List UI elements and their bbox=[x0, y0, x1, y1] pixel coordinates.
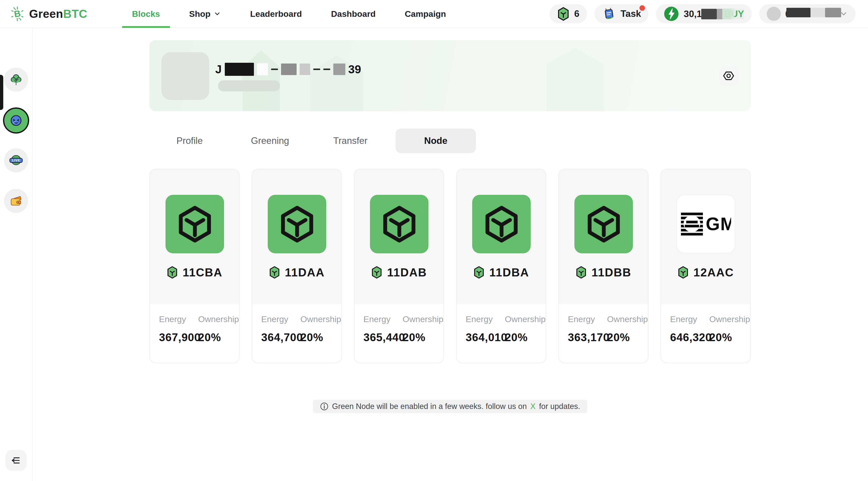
node-label-row: 11CBA bbox=[150, 266, 239, 279]
account-pill[interactable]: 0xb4...9930 bbox=[759, 4, 856, 23]
energy-label: Energy bbox=[261, 314, 300, 324]
sidebar-item-greening[interactable] bbox=[4, 67, 28, 92]
tab-greening[interactable]: Greening bbox=[230, 129, 310, 153]
task-pill[interactable]: Task bbox=[594, 4, 649, 23]
node-label-row: 11DAB bbox=[354, 266, 443, 279]
ownership-value: 20% bbox=[607, 331, 648, 344]
redaction-patch bbox=[722, 8, 734, 19]
active-item-indicator bbox=[0, 75, 3, 110]
task-label: Task bbox=[621, 8, 641, 19]
node-label-row: 11DAA bbox=[252, 266, 341, 279]
node-tile bbox=[268, 195, 326, 253]
energy-value: 365,440 bbox=[364, 331, 403, 344]
node-card[interactable]: GM 12AAC Energy 646,320 Owners bbox=[660, 169, 751, 363]
node-id: 11CBA bbox=[183, 266, 222, 279]
node-id: 11DAA bbox=[285, 266, 324, 279]
energy-value-redacted: 30,147.1 bbox=[684, 9, 720, 19]
energy-balance-pill[interactable]: 30,147.1 BUY bbox=[656, 4, 751, 23]
redaction-patch bbox=[786, 8, 810, 17]
collapse-arrow-icon bbox=[9, 454, 23, 467]
energy-value: 364,010 bbox=[466, 331, 505, 344]
nav-leaderboard[interactable]: Leaderboard bbox=[236, 0, 316, 28]
avatar bbox=[767, 7, 781, 21]
buy-button[interactable]: BUY bbox=[724, 9, 744, 19]
energy-value: 367,900 bbox=[159, 331, 198, 344]
main-nav: Blocks Shop Leaderboard Dashboard Campai… bbox=[118, 0, 461, 28]
redaction-block bbox=[333, 64, 345, 75]
profile-tabs: Profile Greening Transfer Node bbox=[149, 129, 476, 153]
node-card-top: 11DBA bbox=[457, 169, 546, 304]
wallet-address-redacted: 0xb4...9930 bbox=[785, 9, 835, 19]
energy-value: 364,700 bbox=[261, 331, 300, 344]
left-sidebar: LIVE bbox=[0, 28, 33, 481]
tab-transfer[interactable]: Transfer bbox=[310, 129, 391, 153]
node-label-row: 11DBB bbox=[559, 266, 648, 279]
sidebar-item-live[interactable]: LIVE bbox=[4, 148, 28, 172]
node-card[interactable]: 11DAB Energy 365,440 Ownership 20% bbox=[354, 169, 444, 363]
sidebar-item-profile[interactable] bbox=[3, 107, 29, 134]
nav-shop[interactable]: Shop bbox=[175, 0, 236, 28]
ownership-value: 20% bbox=[709, 331, 750, 344]
energy-label: Energy bbox=[364, 314, 403, 324]
node-id: 11DBA bbox=[489, 266, 529, 279]
node-card[interactable]: 11CBA Energy 367,900 Ownership 20% bbox=[149, 169, 240, 363]
redaction-dash bbox=[323, 68, 330, 70]
hex-badge-icon bbox=[576, 266, 587, 279]
node-card-stats: Energy 364,010 Ownership 20% bbox=[457, 304, 546, 344]
ownership-value: 20% bbox=[198, 331, 239, 344]
redaction-patch bbox=[825, 8, 841, 17]
node-card-top: GM 12AAC bbox=[661, 169, 750, 304]
hex-badge-icon bbox=[473, 266, 485, 279]
info-icon bbox=[320, 402, 329, 411]
redaction-dash bbox=[271, 68, 278, 70]
node-tile bbox=[575, 195, 633, 253]
nav-campaign[interactable]: Campaign bbox=[390, 0, 461, 28]
node-card[interactable]: 11DBB Energy 363,170 Ownership 20% bbox=[558, 169, 649, 363]
hex-badge-icon bbox=[166, 266, 178, 279]
hex-badge-icon bbox=[677, 266, 689, 279]
tree-icon bbox=[8, 72, 24, 87]
ownership-label: Ownership bbox=[505, 314, 546, 324]
node-card-top: 11DAA bbox=[252, 169, 341, 304]
gm-logo: GM bbox=[681, 212, 731, 236]
ownership-label: Ownership bbox=[607, 314, 648, 324]
redaction-block bbox=[257, 63, 268, 75]
points-value: 6 bbox=[574, 8, 580, 19]
profile-username-redacted: J 39 bbox=[215, 62, 361, 76]
redaction-dash bbox=[313, 68, 320, 70]
node-id: 12AAC bbox=[693, 266, 734, 279]
nav-blocks[interactable]: Blocks bbox=[118, 0, 175, 28]
nav-dashboard[interactable]: Dashboard bbox=[316, 0, 390, 28]
profile-banner: J 39 bbox=[149, 40, 751, 111]
hex-leaf-icon bbox=[557, 7, 569, 21]
app-logo[interactable]: B GreenBTC bbox=[9, 5, 87, 22]
collapse-sidebar-button[interactable] bbox=[5, 450, 27, 471]
tab-profile[interactable]: Profile bbox=[149, 129, 230, 153]
tab-node[interactable]: Node bbox=[396, 129, 476, 153]
energy-value: 363,170 bbox=[568, 331, 607, 344]
ownership-value: 20% bbox=[300, 331, 341, 344]
redaction-block bbox=[300, 64, 310, 75]
node-card[interactable]: 11DAA Energy 364,700 Ownership 20% bbox=[252, 169, 342, 363]
ownership-label: Ownership bbox=[198, 314, 239, 324]
node-label-row: 12AAC bbox=[661, 266, 750, 279]
sidebar-item-wallet[interactable] bbox=[4, 189, 28, 213]
node-tile: GM bbox=[677, 195, 735, 253]
hex-cube-icon bbox=[585, 205, 623, 243]
redaction-block bbox=[281, 64, 297, 75]
node-id: 11DAB bbox=[387, 266, 427, 279]
x-link[interactable]: X bbox=[530, 402, 536, 411]
points-pill[interactable]: 6 bbox=[550, 4, 587, 23]
task-notebook-icon bbox=[602, 7, 616, 21]
node-card[interactable]: 11DBA Energy 364,010 Ownership 20% bbox=[456, 169, 546, 363]
svg-text:B: B bbox=[13, 8, 21, 19]
settings-button[interactable] bbox=[719, 66, 738, 86]
hex-cube-icon bbox=[483, 205, 521, 243]
node-id: 11DBB bbox=[591, 266, 631, 279]
decor-shape bbox=[546, 48, 604, 111]
hex-cube-icon bbox=[176, 205, 214, 243]
chevron-down-icon bbox=[214, 10, 221, 18]
node-card-top: 11CBA bbox=[150, 169, 239, 304]
ownership-label: Ownership bbox=[403, 314, 443, 324]
redaction-patch bbox=[701, 9, 717, 19]
